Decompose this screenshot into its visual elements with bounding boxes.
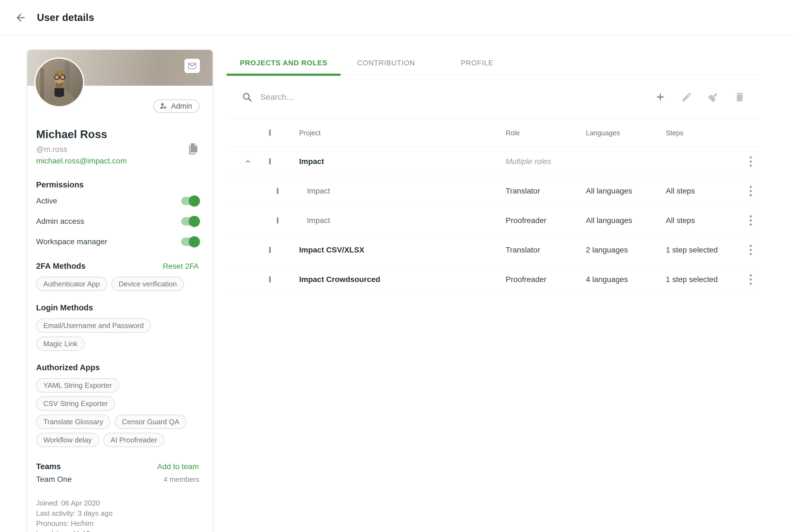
teams-title: Teams: [36, 462, 61, 471]
avatar-photo: [36, 59, 83, 106]
row-menu-button[interactable]: [745, 156, 756, 167]
meta-joined: Joined: 06 Apr 2020: [36, 498, 199, 508]
permission-label: Workspace manager: [36, 238, 107, 246]
column-header-steps: Steps: [666, 129, 742, 137]
tab-bar: PROJECTS AND ROLES CONTRIBUTION PROFILE: [227, 51, 760, 75]
permission-label: Admin access: [36, 217, 84, 226]
login-method-chip: Magic Link: [36, 337, 84, 351]
twofa-section: 2FA Methods Reset 2FA Authenticator App …: [36, 262, 199, 291]
team-members-count: 4 members: [164, 475, 199, 484]
table-row-group[interactable]: Impact Multiple roles: [227, 147, 760, 176]
steps-cell: All steps: [666, 216, 742, 225]
user-email-link[interactable]: michael.ross@impact.com: [36, 156, 199, 165]
tab-contribution[interactable]: CONTRIBUTION: [344, 51, 429, 75]
project-name: Impact CSV/XLSX: [299, 246, 506, 254]
languages-cell: All languages: [586, 216, 666, 225]
reset-2fa-link[interactable]: Reset 2FA: [163, 262, 199, 271]
user-meta: Joined: 06 Apr 2020 Last activity: 3 day…: [36, 498, 199, 532]
app-chip: Workflow delay: [36, 433, 99, 447]
authorized-apps-section: Authorized Apps YAML String Exporter CSV…: [36, 363, 199, 447]
app-chip: YAML String Exporter: [36, 378, 119, 393]
mail-icon: [187, 61, 197, 71]
tab-projects-and-roles[interactable]: PROJECTS AND ROLES: [227, 51, 341, 75]
languages-cell: All languages: [586, 187, 666, 195]
row-menu-button[interactable]: [745, 274, 756, 285]
meta-local-time: Local time: 11:15: [36, 529, 199, 532]
plus-icon: [655, 91, 666, 103]
user-name: Michael Ross: [36, 128, 199, 140]
active-toggle[interactable]: [181, 197, 198, 205]
table-row-sub[interactable]: Impact Proofreader All languages All ste…: [227, 206, 760, 235]
row-checkbox[interactable]: [277, 217, 279, 224]
steps-cell: All steps: [666, 187, 742, 195]
languages-cell: 2 languages: [586, 246, 666, 254]
add-to-team-link[interactable]: Add to team: [157, 462, 199, 471]
workspace-manager-toggle[interactable]: [181, 238, 198, 246]
twofa-chip: Authenticator App: [36, 277, 107, 291]
delete-button[interactable]: [734, 91, 745, 103]
role-cell: Translator: [506, 187, 586, 195]
permissions-section: Permissions Active Admin access Workspac…: [36, 180, 199, 251]
collapse-row-button[interactable]: [227, 157, 269, 166]
table-row-sub[interactable]: Impact Translator All languages All step…: [227, 176, 760, 206]
app-chip: Translate Glossary: [36, 415, 110, 429]
toggle-thumb: [189, 216, 200, 227]
teams-section: Teams Add to team Team One 4 members: [36, 462, 199, 484]
row-menu-button[interactable]: [745, 186, 756, 196]
project-name: Impact Crowdsourced: [299, 275, 506, 284]
admin-role-badge[interactable]: Admin: [153, 99, 199, 113]
user-handle: @m.ross: [36, 145, 199, 154]
permission-row-admin-access: Admin access: [36, 212, 199, 230]
select-all-checkbox[interactable]: [269, 130, 271, 136]
row-menu-button[interactable]: [745, 245, 756, 255]
broom-icon: [707, 91, 719, 103]
project-name: Impact: [299, 157, 506, 166]
edit-button[interactable]: [681, 91, 693, 103]
meta-pronouns: Pronouns: He/him: [36, 518, 199, 529]
avatar: [36, 59, 83, 106]
user-card: Admin Michael Ross @m.ross michael.ross@…: [27, 50, 213, 532]
app-chip: Censor Guard QA: [115, 415, 186, 429]
trash-icon: [734, 91, 745, 103]
app-chip: AI Proofreader: [103, 433, 164, 447]
table-row[interactable]: Impact CSV/XLSX Translator 2 languages 1…: [227, 235, 760, 265]
role-cell: Multiple roles: [506, 157, 586, 166]
row-menu-button[interactable]: [745, 215, 756, 226]
copy-email-button[interactable]: [187, 142, 199, 157]
project-name: Impact: [299, 187, 506, 195]
table-toolbar: [227, 75, 760, 119]
column-header-role: Role: [506, 129, 586, 137]
table-row[interactable]: Impact Crowdsourced Proofreader 4 langua…: [227, 265, 760, 294]
column-header-languages: Languages: [586, 129, 666, 137]
row-checkbox[interactable]: [269, 158, 271, 165]
search-icon: [242, 92, 252, 102]
arrow-back-icon: [15, 12, 27, 24]
languages-cell: 4 languages: [586, 275, 666, 284]
tab-profile[interactable]: PROFILE: [448, 51, 507, 75]
permission-label: Active: [36, 196, 57, 205]
projects-table: Project Role Languages Steps Impact Mult…: [227, 119, 760, 294]
twofa-title: 2FA Methods: [36, 262, 86, 271]
row-checkbox[interactable]: [269, 276, 271, 283]
team-name: Team One: [36, 475, 72, 484]
role-cell: Proofreader: [506, 216, 586, 225]
admin-access-toggle[interactable]: [181, 217, 198, 226]
pencil-icon: [681, 91, 693, 103]
toggle-thumb: [189, 195, 200, 207]
row-checkbox[interactable]: [269, 247, 271, 253]
send-email-button[interactable]: [185, 59, 200, 73]
steps-cell: 1 step selected: [666, 246, 742, 254]
top-bar: User details: [0, 0, 794, 35]
search-input[interactable]: [260, 92, 453, 102]
permission-row-workspace-manager: Workspace manager: [36, 233, 199, 251]
clear-button[interactable]: [707, 91, 719, 103]
back-button[interactable]: [14, 11, 27, 24]
add-project-button[interactable]: [655, 91, 666, 103]
steps-cell: 1 step selected: [666, 275, 742, 284]
page-title: User details: [37, 12, 94, 23]
app-chip: CSV String Exporter: [36, 396, 115, 411]
permissions-title: Permissions: [36, 180, 199, 189]
row-checkbox[interactable]: [277, 188, 279, 194]
twofa-chip: Device verification: [111, 277, 184, 291]
details-panel: PROJECTS AND ROLES CONTRIBUTION PROFILE: [227, 51, 760, 294]
